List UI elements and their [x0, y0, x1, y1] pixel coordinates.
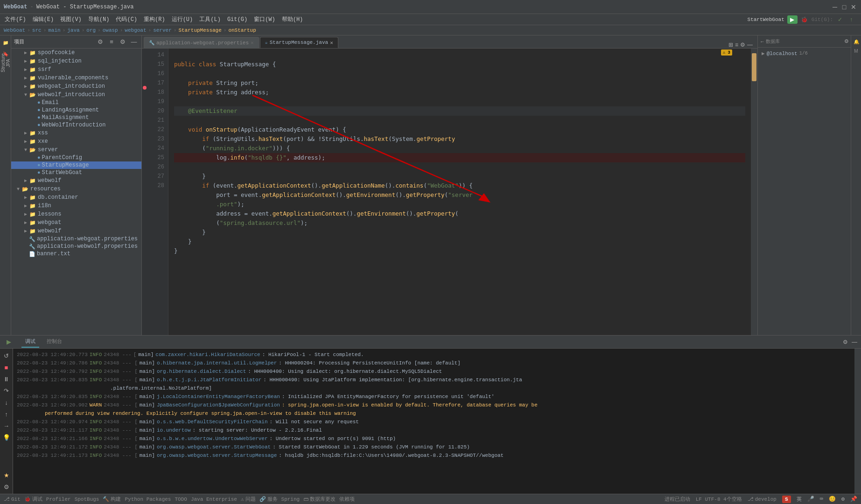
bc-owasp[interactable]: owasp: [103, 28, 118, 33]
tab-app-props[interactable]: 🔧 application-webgoat.properties ✕: [144, 37, 259, 48]
bc-webgoat[interactable]: WebGoat: [4, 28, 25, 33]
tab-close-active-icon[interactable]: ✕: [330, 40, 333, 46]
status-spotbugs[interactable]: SpotBugs: [75, 497, 99, 502]
tab-close-icon[interactable]: ✕: [251, 40, 254, 46]
debug-step-over-button[interactable]: ↷: [1, 385, 12, 396]
project-view-button[interactable]: 📁: [0, 37, 11, 48]
tree-webwolf-pkg[interactable]: ▶ 📁 webwolf: [11, 176, 141, 185]
status-todo[interactable]: TODO: [175, 497, 187, 502]
ime-indicator[interactable]: S: [782, 496, 791, 503]
debug-pause-button[interactable]: ⏸: [1, 374, 12, 384]
menu-run[interactable]: 运行(U): [169, 14, 196, 24]
tree-app-webgoat-props[interactable]: 🔧 application-webgoat.properties: [11, 235, 141, 243]
bc-on-startup[interactable]: onStartup: [228, 28, 256, 33]
maven-tab[interactable]: M: [852, 47, 861, 55]
right-panel-filter[interactable]: ⚙: [844, 38, 849, 44]
status-java-enterprise[interactable]: Java Enterprise: [191, 497, 237, 502]
menu-help[interactable]: 帮助(H): [279, 14, 306, 24]
sidebar-settings-button[interactable]: ⚙: [118, 37, 127, 47]
debug-localhost-item[interactable]: ▶ @localhost 1/6: [760, 49, 849, 57]
menu-view[interactable]: 视图(V): [57, 14, 84, 24]
editor-filter-button[interactable]: ⚙: [740, 42, 745, 48]
debug-eval-button[interactable]: 💡: [1, 432, 12, 442]
bc-webgoat-pkg[interactable]: webgoat: [125, 28, 146, 33]
sidebar-sync-button[interactable]: ⚙: [96, 37, 105, 47]
mic-icon[interactable]: 🎤: [807, 496, 814, 503]
tree-webwolf-res[interactable]: ▶ 📁 webwolf: [11, 227, 141, 235]
debug-settings-button[interactable]: ★: [1, 470, 12, 480]
bc-src[interactable]: src: [32, 28, 42, 33]
bc-server[interactable]: server: [153, 28, 172, 33]
split-editor-button[interactable]: ⊞: [728, 42, 733, 48]
tree-app-webwolf-props[interactable]: 🔧 application-webwolf.properties: [11, 243, 141, 250]
right-panel-back[interactable]: ←: [760, 39, 765, 44]
menu-window[interactable]: 窗口(W): [251, 14, 278, 24]
keyboard-icon[interactable]: ⌨: [820, 496, 823, 503]
editor-settings-button[interactable]: ≡: [735, 42, 738, 48]
status-git[interactable]: ⎇ Git: [4, 496, 21, 502]
menu-code[interactable]: 代码(C): [113, 14, 140, 24]
structure-button[interactable]: JPA Structure: [0, 60, 20, 66]
tree-db-container[interactable]: ▶ 📁 db.container: [11, 193, 141, 202]
bc-main[interactable]: main: [48, 28, 60, 33]
debug-run-cursor-button[interactable]: →: [1, 420, 12, 431]
tree-xss[interactable]: ▶ 📁 xss: [11, 129, 141, 137]
bottom-panel-settings[interactable]: ⚙: [843, 339, 848, 345]
tree-ssrf[interactable]: ▶ 📁 ssrf: [11, 65, 141, 74]
bottom-tab-debug[interactable]: 调试: [21, 336, 39, 348]
status-spring[interactable]: Spring: [281, 497, 300, 502]
tree-spoofcookie[interactable]: ▶ 📁 spoofcookie: [11, 49, 141, 57]
debug-resume-button[interactable]: ▶: [4, 337, 14, 347]
tree-parentconfig[interactable]: ● ParentConfig: [11, 154, 141, 161]
status-build[interactable]: 🔨 构建: [103, 496, 121, 503]
status-branch[interactable]: ⎇ develop: [748, 496, 777, 502]
menu-nav[interactable]: 导航(N): [85, 14, 112, 24]
tree-resources[interactable]: ▼ 📂 resources: [11, 185, 141, 193]
bottom-panel-close[interactable]: —: [852, 339, 857, 345]
status-run[interactable]: 依赖项: [339, 496, 355, 503]
tree-server[interactable]: ▼ 📂 server: [11, 146, 141, 154]
bc-startup-message[interactable]: StartupMessage: [178, 28, 221, 33]
tree-lessons[interactable]: ▶ 📁 lessons: [11, 210, 141, 218]
tree-webwolf-intro-class[interactable]: ● WebWolfIntroduction: [11, 121, 141, 129]
debug-gear-button[interactable]: ⚙: [1, 482, 12, 492]
tree-vulnerable-components[interactable]: ▶ 📁 vulnerable_components: [11, 74, 141, 82]
tree-webgoat-intro[interactable]: ▶ 📁 webgoat_introduction: [11, 82, 141, 91]
status-python[interactable]: Python Packages: [125, 497, 171, 502]
debug-step-into-button[interactable]: ↓: [1, 397, 12, 407]
code-content[interactable]: public class StartupMessage { private St…: [168, 49, 751, 335]
status-services[interactable]: 🔗 服务: [259, 496, 278, 503]
maximize-button[interactable]: □: [840, 3, 848, 11]
pin-icon[interactable]: 📌: [850, 496, 857, 503]
tree-i18n[interactable]: ▶ 📁 i18n: [11, 202, 141, 210]
tree-mail[interactable]: ● MailAssignment: [11, 114, 141, 121]
git-push-icon[interactable]: ↑: [847, 15, 855, 24]
menu-edit[interactable]: 编辑(E): [30, 14, 57, 24]
menu-tools[interactable]: 工具(L): [196, 14, 224, 24]
tab-startup-message[interactable]: ☕ StartupMessage.java ✕: [260, 37, 338, 48]
bc-java[interactable]: java: [67, 28, 79, 33]
tree-xxe[interactable]: ▶ 📁 xxe: [11, 137, 141, 146]
menu-file[interactable]: 文件(F): [2, 14, 29, 24]
debug-run-button[interactable]: 🐞: [800, 15, 809, 24]
tree-sql-injection[interactable]: ▶ 📁 sql_injection: [11, 57, 141, 65]
tree-webwolf-intro[interactable]: ▼ 📂 webwolf_introduction: [11, 91, 141, 99]
bc-org[interactable]: org: [86, 28, 96, 33]
run-button[interactable]: ▶: [787, 15, 798, 24]
sidebar-close-button[interactable]: —: [129, 37, 139, 47]
status-debug[interactable]: 🐞 调试: [24, 496, 42, 503]
debug-stop-button[interactable]: ■: [1, 362, 12, 372]
git-ok-icon[interactable]: ✓: [836, 15, 844, 24]
editor-close-button[interactable]: —: [747, 42, 753, 48]
editor-scrollbar[interactable]: [751, 49, 757, 335]
menu-refactor[interactable]: 重构(R): [141, 14, 168, 24]
status-db-update[interactable]: 🗃 数据库更改: [303, 496, 336, 503]
close-button[interactable]: ✕: [850, 3, 857, 11]
debug-rerun-button[interactable]: ↺: [1, 350, 12, 361]
notifications-tab[interactable]: 🔔: [852, 37, 861, 46]
debug-step-out-button[interactable]: ↑: [1, 409, 12, 419]
status-profiler[interactable]: Profiler: [46, 497, 71, 502]
tree-webgoat-res[interactable]: ▶ 📁 webgoat: [11, 218, 141, 227]
tree-email[interactable]: ● Email: [11, 99, 141, 106]
settings-icon[interactable]: ⚙: [841, 496, 845, 503]
